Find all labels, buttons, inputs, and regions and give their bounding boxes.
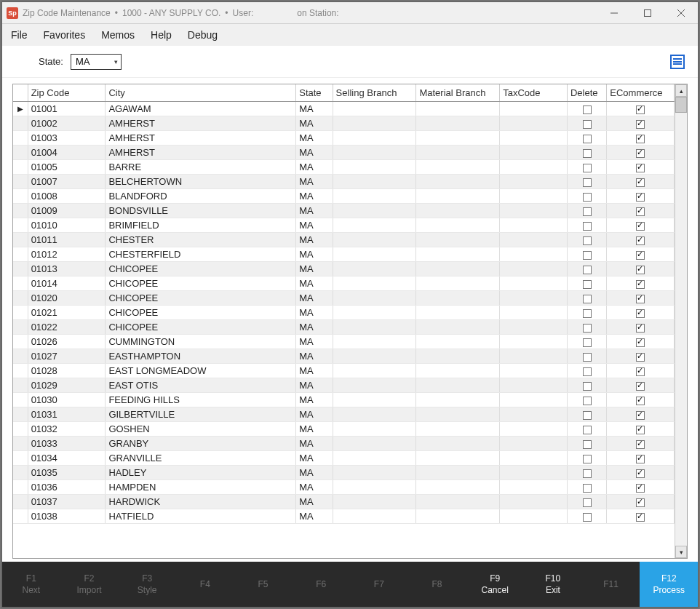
cell-ecommerce[interactable] [607, 204, 675, 218]
col-state[interactable]: State [296, 84, 333, 102]
cell-state[interactable]: MA [296, 306, 333, 320]
cell-taxcode[interactable] [500, 291, 568, 306]
delete-checkbox[interactable] [583, 469, 592, 478]
cell-taxcode[interactable] [500, 349, 568, 364]
table-row[interactable]: 01002AMHERSTMA [13, 116, 675, 131]
cell-state[interactable]: MA [296, 233, 333, 247]
cell-ecommerce[interactable] [607, 175, 675, 189]
cell-taxcode[interactable] [500, 451, 568, 466]
table-row[interactable]: 01032GOSHENMA [13, 422, 675, 437]
cell-state[interactable]: MA [296, 407, 333, 422]
cell-selling-branch[interactable] [333, 276, 416, 291]
cell-material-branch[interactable] [416, 291, 500, 306]
cell-delete[interactable] [567, 131, 606, 146]
cell-zip[interactable]: 01007 [28, 175, 106, 189]
table-row[interactable]: 01008BLANDFORDMA [13, 189, 675, 204]
cell-ecommerce[interactable] [607, 131, 675, 146]
ecommerce-checkbox[interactable] [636, 498, 645, 507]
cell-selling-branch[interactable] [333, 495, 416, 509]
cell-zip[interactable]: 01035 [28, 466, 106, 480]
cell-material-branch[interactable] [416, 146, 500, 160]
cell-state[interactable]: MA [296, 276, 333, 291]
cell-zip[interactable]: 01002 [28, 116, 106, 131]
cell-delete[interactable] [567, 509, 606, 524]
cell-taxcode[interactable] [500, 364, 568, 378]
cell-state[interactable]: MA [296, 509, 333, 524]
ecommerce-checkbox[interactable] [636, 484, 645, 493]
cell-zip[interactable]: 01005 [28, 160, 106, 175]
ecommerce-checkbox[interactable] [636, 469, 645, 478]
cell-delete[interactable] [567, 306, 606, 320]
cell-state[interactable]: MA [296, 247, 333, 262]
ecommerce-checkbox[interactable] [636, 280, 645, 289]
cell-ecommerce[interactable] [607, 146, 675, 160]
cell-selling-branch[interactable] [333, 349, 416, 364]
delete-checkbox[interactable] [583, 164, 592, 172]
cell-delete[interactable] [567, 204, 606, 218]
cell-taxcode[interactable] [500, 335, 568, 349]
cell-material-branch[interactable] [416, 131, 500, 146]
cell-ecommerce[interactable] [607, 262, 675, 276]
delete-checkbox[interactable] [583, 106, 592, 114]
cell-delete[interactable] [567, 247, 606, 262]
cell-delete[interactable] [567, 422, 606, 437]
col-delete[interactable]: Delete [567, 84, 606, 102]
table-row[interactable]: 01029EAST OTISMA [13, 378, 675, 393]
cell-selling-branch[interactable] [333, 364, 416, 378]
cell-city[interactable]: GRANVILLE [106, 451, 296, 466]
cell-taxcode[interactable] [500, 495, 568, 509]
cell-ecommerce[interactable] [607, 437, 675, 451]
cell-selling-branch[interactable] [333, 160, 416, 175]
cell-state[interactable]: MA [296, 437, 333, 451]
ecommerce-checkbox[interactable] [636, 164, 645, 172]
table-row[interactable]: 01027EASTHAMPTONMA [13, 349, 675, 364]
cell-material-branch[interactable] [416, 393, 500, 407]
cell-selling-branch[interactable] [333, 466, 416, 480]
col-zip[interactable]: Zip Code [28, 84, 106, 102]
cell-city[interactable]: BARRE [106, 160, 296, 175]
delete-checkbox[interactable] [583, 135, 592, 143]
ecommerce-checkbox[interactable] [636, 382, 645, 391]
cell-taxcode[interactable] [500, 422, 568, 437]
cell-ecommerce[interactable] [607, 306, 675, 320]
menu-memos[interactable]: Memos [101, 29, 135, 41]
ecommerce-checkbox[interactable] [636, 295, 645, 303]
table-row[interactable]: 01031GILBERTVILLEMA [13, 407, 675, 422]
cell-taxcode[interactable] [500, 146, 568, 160]
cell-zip[interactable]: 01009 [28, 204, 106, 218]
cell-material-branch[interactable] [416, 116, 500, 131]
cell-selling-branch[interactable] [333, 306, 416, 320]
cell-taxcode[interactable] [500, 407, 568, 422]
cell-material-branch[interactable] [416, 102, 500, 116]
delete-checkbox[interactable] [583, 367, 592, 376]
cell-city[interactable]: GRANBY [106, 437, 296, 451]
cell-zip[interactable]: 01001 [28, 102, 106, 116]
ecommerce-checkbox[interactable] [636, 207, 645, 216]
cell-delete[interactable] [567, 233, 606, 247]
ecommerce-checkbox[interactable] [636, 135, 645, 143]
cell-ecommerce[interactable] [607, 116, 675, 131]
ecommerce-checkbox[interactable] [636, 397, 645, 405]
cell-delete[interactable] [567, 160, 606, 175]
delete-checkbox[interactable] [583, 353, 592, 362]
cell-material-branch[interactable] [416, 451, 500, 466]
cell-selling-branch[interactable] [333, 393, 416, 407]
ecommerce-checkbox[interactable] [636, 353, 645, 362]
delete-checkbox[interactable] [583, 120, 592, 129]
cell-material-branch[interactable] [416, 378, 500, 393]
cell-material-branch[interactable] [416, 320, 500, 335]
cell-material-branch[interactable] [416, 364, 500, 378]
cell-zip[interactable]: 01020 [28, 291, 106, 306]
cell-zip[interactable]: 01021 [28, 306, 106, 320]
cell-delete[interactable] [567, 320, 606, 335]
cell-zip[interactable]: 01008 [28, 189, 106, 204]
cell-state[interactable]: MA [296, 422, 333, 437]
table-row[interactable]: 01014CHICOPEEMA [13, 276, 675, 291]
cell-taxcode[interactable] [500, 378, 568, 393]
cell-material-branch[interactable] [416, 509, 500, 524]
table-row[interactable]: 01022CHICOPEEMA [13, 320, 675, 335]
delete-checkbox[interactable] [583, 382, 592, 391]
cell-selling-branch[interactable] [333, 407, 416, 422]
delete-checkbox[interactable] [583, 455, 592, 463]
cell-state[interactable]: MA [296, 335, 333, 349]
